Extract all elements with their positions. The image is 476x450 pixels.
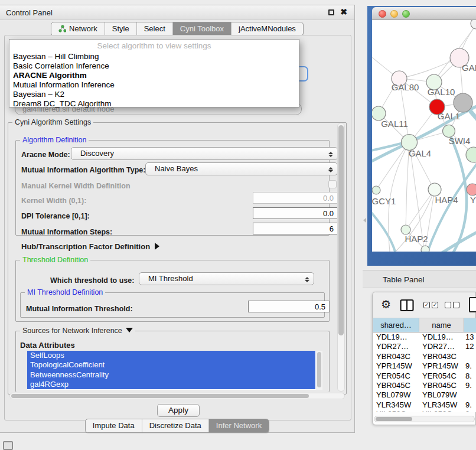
kernel-width-label: Kernel Width (0,1):	[21, 197, 86, 205]
table-row[interactable]: YLR345WYLR345W9.	[373, 400, 476, 410]
column-header-name[interactable]: name	[419, 318, 464, 332]
algorithm-option[interactable]: Mutual Information Inference	[9, 80, 299, 90]
deselect-all-columns-icon[interactable]	[445, 302, 459, 308]
tab-discretize-data[interactable]: Discretize Data	[142, 419, 208, 432]
node-label: HAP4	[435, 195, 458, 205]
table-row[interactable]: YBR045CYBR045C9.	[373, 381, 476, 390]
table-row[interactable]: YBR043CYBR043C	[373, 352, 476, 361]
network-icon	[58, 25, 66, 32]
kernel-width-field[interactable]: 0.0	[253, 192, 338, 204]
tab-style[interactable]: Style	[105, 22, 136, 35]
minimize-window-icon[interactable]	[390, 10, 398, 18]
attributes-vertical-scrollbar[interactable]	[316, 351, 322, 390]
network-view-canvas[interactable]: GAL GAL80 GAL10 GAL1 GAL11 SWI4 GAL4 GCY…	[372, 20, 476, 252]
node-label: Y	[470, 195, 476, 205]
node-label: GAL	[462, 63, 476, 73]
mi-algorithm-type-combo[interactable]: Naive Bayes	[145, 162, 338, 175]
export-table-icon[interactable]	[469, 297, 476, 312]
mi-steps-field[interactable]: 6	[253, 223, 338, 234]
close-icon[interactable]: ✖	[340, 7, 347, 17]
algorithm-option[interactable]: Basic Correlation Inference	[9, 61, 299, 71]
settings-horizontal-scrollbar[interactable]	[9, 393, 345, 399]
table-row[interactable]: YDR27…YDR27…12	[373, 342, 476, 351]
select-all-columns-icon[interactable]: ✓✓	[423, 302, 438, 308]
tab-select[interactable]: Select	[136, 22, 172, 35]
collapsed-arrow-icon	[155, 243, 159, 250]
attribute-item-selected[interactable]: gal4RGexp	[27, 380, 315, 389]
algorithm-option[interactable]: Bayesian – K2	[9, 90, 299, 99]
hub-definition-toggle[interactable]: Hub/Transcription Factor Definition	[21, 242, 159, 251]
node-salmon	[467, 184, 476, 195]
tab-cyni-toolbox[interactable]: Cyni Toolbox	[172, 22, 231, 35]
dpi-tolerance-field[interactable]: 0.0	[253, 207, 338, 219]
control-panel-title: Control Panel	[6, 8, 53, 17]
settings-vscroll-thumb[interactable]	[338, 125, 344, 335]
expanded-arrow-icon	[126, 328, 133, 332]
column-header-shared-name[interactable]: shared…	[373, 318, 419, 332]
control-panel-titlebar: Control Panel ✖	[0, 5, 354, 20]
network-window-titlebar[interactable]	[372, 7, 476, 20]
column-header-partial[interactable]	[464, 318, 476, 332]
gear-icon[interactable]: ⚙	[381, 298, 391, 311]
columns-icon[interactable]	[400, 299, 414, 312]
table-hscroll-thumb[interactable]	[376, 417, 412, 421]
tab-network-label: Network	[69, 24, 97, 33]
attribute-item-selected[interactable]: TopologicalCoefficient	[27, 360, 315, 370]
collapsed-panel-icon[interactable]	[3, 441, 13, 450]
dpi-tolerance-label: DPI Tolerance [0,1]:	[21, 212, 90, 220]
tab-jactivemnodules[interactable]: jActiveMNodules	[231, 22, 303, 35]
tab-infer-network[interactable]: Infer Network	[208, 419, 269, 432]
node-label: GCY1	[372, 196, 396, 206]
combo-spinner-icon	[304, 275, 309, 284]
sources-title[interactable]: Sources for Network Inference	[20, 327, 135, 335]
algorithm-option[interactable]: Bayesian – Hill Climbing	[9, 52, 299, 61]
tab-network[interactable]: Network	[51, 22, 105, 35]
table-row[interactable]: YPR145WYPR145W9.	[373, 361, 476, 371]
which-threshold-label: Which threshold to use:	[50, 276, 134, 285]
threshold-definition-title: Threshold Definition	[20, 256, 90, 264]
attributes-vscroll-thumb[interactable]	[317, 352, 321, 387]
which-threshold-combo[interactable]: MI Threshold	[139, 272, 314, 285]
settings-hscroll-thumb[interactable]	[11, 394, 309, 398]
attribute-item-selected[interactable]: BetweennessCentrality	[27, 370, 315, 380]
close-window-icon[interactable]	[379, 10, 386, 18]
split-pane-handle-icon[interactable]	[363, 218, 366, 223]
combo-spinner-icon	[328, 165, 333, 174]
mi-threshold-field[interactable]: 0.5	[248, 301, 330, 312]
node-label: SWI4	[449, 136, 471, 146]
node-label: GAL4	[409, 148, 431, 158]
manual-kernel-width-checkbox[interactable]	[328, 180, 337, 188]
table-toolbar: ⚙ ✓✓	[373, 292, 475, 318]
table-row[interactable]: YDL19…YDL19…13	[373, 332, 476, 342]
settings-vertical-scrollbar[interactable]	[337, 123, 345, 392]
attribute-item-selected[interactable]: SelfLoops	[27, 351, 315, 360]
algorithm-option-highlighted[interactable]: ARACNE Algorithm	[9, 71, 299, 80]
table-panel-header: Table Panel	[363, 270, 476, 288]
application-root: Control Panel ✖ Network Style Select	[0, 0, 476, 450]
table-body: YDL19…YDL19…13 YDR27…YDR27…12 YBR043CYBR…	[373, 332, 476, 412]
apply-button[interactable]: Apply	[157, 404, 200, 417]
zoom-window-icon[interactable]	[402, 10, 410, 18]
algorithm-option[interactable]: Dream8 DC_TDC Algorithm	[9, 99, 299, 109]
tab-impute-data[interactable]: Impute Data	[86, 419, 142, 432]
control-panel-tabstrip: Network Style Select Cyni Toolbox jActiv…	[0, 22, 354, 36]
table-horizontal-scrollbar[interactable]	[374, 416, 475, 422]
table-row[interactable]: YER054CYER054C8.	[373, 371, 476, 381]
table-header-row: shared… name	[373, 318, 476, 332]
table-row[interactable]: YBL079WYBL079W	[373, 390, 476, 400]
table-panel-title: Table Panel	[383, 275, 425, 284]
mi-steps-label: Mutual Information Steps:	[21, 228, 112, 236]
mi-threshold-definition-title: MI Threshold Definition	[25, 288, 105, 296]
float-window-icon[interactable]	[328, 9, 334, 15]
aracne-mode-combo[interactable]: Discovery	[71, 147, 338, 160]
node-label: HAP2	[405, 234, 428, 244]
node-label: GAL11	[381, 119, 408, 129]
control-panel-window: Control Panel ✖ Network Style Select	[0, 5, 355, 433]
cyni-algorithm-settings-title: Cyni Algorithm Settings	[12, 118, 93, 126]
algorithm-dropdown-placeholder[interactable]: Select algorithm to view settings	[9, 40, 299, 52]
node-gray	[454, 93, 472, 112]
inference-algorithm-combo-fragment[interactable]	[298, 66, 308, 81]
table-row[interactable]: YIL052CYIL052C9	[373, 410, 476, 412]
combo-spinner-icon	[328, 149, 333, 159]
node-label: GAL1	[438, 111, 460, 121]
